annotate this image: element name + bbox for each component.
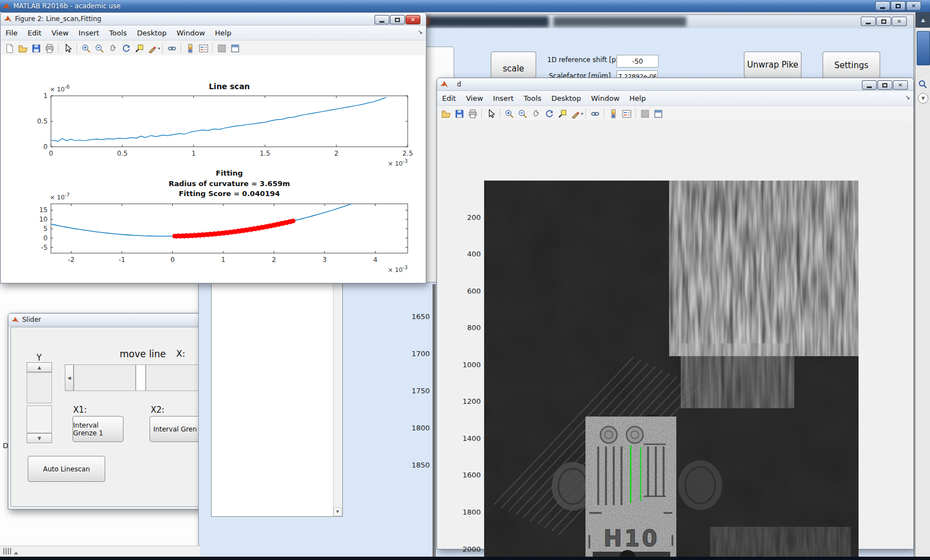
cursor-icon[interactable]	[485, 107, 497, 120]
insert-colorbar-icon[interactable]	[184, 42, 196, 54]
partial-axis-tick: 1700	[374, 350, 430, 358]
new-doc-icon[interactable]	[3, 42, 16, 54]
y-tick: 1000	[460, 361, 481, 369]
menu-file[interactable]: File	[1, 27, 23, 39]
insert-colorbar-icon[interactable]	[607, 107, 619, 120]
interferogram-image[interactable]: H10	[484, 181, 859, 557]
brush-icon[interactable]	[569, 107, 582, 120]
insert-legend-icon[interactable]	[620, 107, 633, 120]
menu-edit[interactable]: Edit	[437, 93, 461, 104]
menu-window[interactable]: Window	[172, 27, 210, 39]
dock-arrow-icon[interactable]: ↘	[418, 28, 423, 35]
dock-figure-icon[interactable]	[652, 107, 664, 120]
menu-view[interactable]: View	[461, 93, 488, 104]
main-close-button[interactable]: ✕	[906, 1, 921, 11]
zoom-in-icon[interactable]	[503, 107, 515, 120]
menu-help[interactable]: Help	[210, 27, 237, 39]
plot-browser-icon[interactable]	[215, 42, 228, 54]
menu-insert[interactable]: Insert	[74, 27, 104, 39]
slider-down-button[interactable]: ▼	[27, 433, 52, 443]
right-figure-canvas[interactable]: 2004006008001000120014001600180020002004…	[438, 121, 913, 548]
open-folder-icon[interactable]	[17, 42, 29, 54]
data-cursor-icon[interactable]	[133, 42, 145, 54]
cursor-icon[interactable]	[61, 42, 74, 54]
interval-grenze2-button[interactable]: Interval Gren	[150, 416, 201, 442]
figure2-maximize-button[interactable]	[390, 15, 405, 24]
pan-hand-icon[interactable]	[106, 42, 119, 54]
right-figure-title: d	[457, 80, 461, 88]
zoom-in-icon[interactable]	[80, 42, 92, 54]
svg-text:1: 1	[43, 92, 48, 100]
open-folder-icon[interactable]	[440, 107, 452, 120]
figure2-close-button[interactable]: ✕	[405, 15, 420, 24]
svg-text:Fitting: Fitting	[216, 169, 243, 177]
rotate-3d-icon[interactable]	[543, 107, 555, 120]
zoom-out-icon[interactable]	[93, 42, 105, 54]
right-figure-minimize-button[interactable]	[862, 80, 877, 90]
menu-edit[interactable]: Edit	[23, 27, 47, 39]
brush-dropdown-icon[interactable]: ▾	[158, 46, 160, 51]
figure2-toolbar: ▾	[1, 40, 426, 56]
zoom-out-icon[interactable]	[516, 107, 528, 120]
menu-desktop[interactable]: Desktop	[132, 27, 172, 39]
menu-help[interactable]: Help	[624, 93, 651, 104]
plot-browser-icon[interactable]	[639, 107, 651, 120]
brush-icon[interactable]	[146, 42, 158, 54]
rotate-3d-icon[interactable]	[120, 42, 132, 54]
menu-tools[interactable]: Tools	[518, 93, 546, 104]
dock-collapse-button[interactable]: ▲	[916, 12, 930, 28]
gui-close-button[interactable]: ✕	[892, 17, 907, 26]
scroll-down-button[interactable]: ▼	[333, 507, 342, 516]
windows-taskbar-edge[interactable]	[0, 557, 930, 560]
dock-figure-icon[interactable]	[229, 42, 241, 54]
scale-button[interactable]: scale	[491, 52, 536, 79]
insert-legend-icon[interactable]	[197, 42, 209, 54]
auto-linescan-button[interactable]: Auto Linescan	[28, 456, 105, 482]
print-icon[interactable]	[466, 107, 479, 120]
menu-view[interactable]: View	[47, 27, 74, 39]
save-icon[interactable]	[453, 107, 465, 120]
svg-text:× 10-3: × 10-3	[388, 265, 408, 274]
data-cursor-icon[interactable]	[556, 107, 568, 120]
chevron-down-icon[interactable]: ▼	[918, 93, 928, 104]
figure2-titlebar[interactable]: Figure 2: Line_scan,Fitting ✕	[1, 13, 426, 25]
svg-text:2: 2	[272, 256, 276, 264]
y-tick: 600	[460, 287, 481, 295]
slider-left-button[interactable]: ◀	[65, 364, 74, 391]
menu-desktop[interactable]: Desktop	[546, 93, 586, 104]
gui-minimize-button[interactable]	[861, 17, 876, 26]
link-plots-icon[interactable]	[166, 42, 178, 54]
slider-titlebar[interactable]: Slider	[8, 314, 214, 326]
unwrap-pike-button[interactable]: Unwrap Pike	[744, 52, 801, 78]
svg-text:0: 0	[43, 234, 48, 242]
figure2-minimize-button[interactable]	[374, 15, 389, 24]
matlab-logo-icon	[2, 2, 11, 11]
save-icon[interactable]	[30, 42, 42, 54]
pan-hand-icon[interactable]	[530, 107, 542, 120]
print-icon[interactable]	[43, 42, 55, 54]
partial-axis-tick: 1850	[374, 461, 430, 469]
dock-arrow-icon[interactable]: ↘	[905, 94, 910, 101]
brush-dropdown-icon[interactable]: ▾	[581, 111, 583, 116]
interval-grenze1-button[interactable]: Interval Grenze 1	[73, 416, 124, 442]
ref-shift-input[interactable]	[616, 55, 659, 68]
main-restore-button[interactable]	[891, 1, 906, 11]
figure2-canvas[interactable]: 00.511.522.500.51× 10-6× 10-3Line scan-2…	[1, 55, 425, 282]
docked-panel-tab[interactable]	[917, 31, 930, 65]
toolbar-separator	[585, 109, 586, 119]
matlab-main-titlebar[interactable]: MATLAB R2016b - academic use ✕	[0, 0, 930, 12]
right-figure-maximize-button[interactable]	[877, 80, 892, 90]
start-grip[interactable]	[3, 546, 18, 557]
right-figure-titlebar[interactable]: d ✕	[437, 78, 913, 91]
svg-text:0: 0	[43, 143, 48, 151]
search-icon[interactable]	[918, 80, 927, 89]
right-figure-close-button[interactable]: ✕	[893, 80, 908, 90]
main-minimize-button[interactable]	[875, 1, 890, 11]
slider-up-button[interactable]: ▲	[27, 362, 52, 372]
gui-maximize-button[interactable]	[876, 17, 891, 26]
settings-button[interactable]: Settings	[823, 52, 880, 79]
menu-window[interactable]: Window	[586, 93, 624, 104]
menu-tools[interactable]: Tools	[104, 27, 132, 39]
link-plots-icon[interactable]	[589, 107, 601, 120]
menu-insert[interactable]: Insert	[488, 93, 518, 104]
